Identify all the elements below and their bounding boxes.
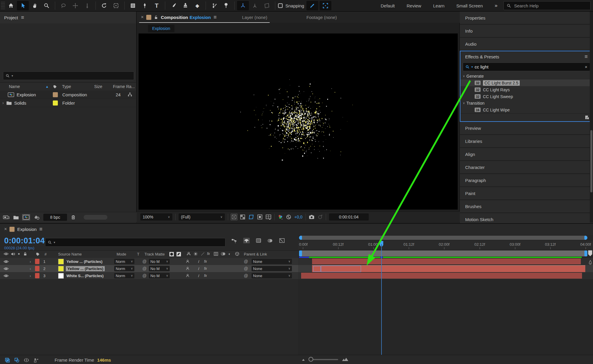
- comp-subtab[interactable]: Explosion: [148, 25, 174, 32]
- composition-viewport[interactable]: [139, 33, 458, 210]
- channel-select-button[interactable]: [278, 214, 283, 220]
- effects-group-generate[interactable]: ∨Generate: [460, 73, 592, 79]
- scrollbar-thumb[interactable]: [590, 130, 592, 192]
- search-help-box[interactable]: Search Help: [503, 1, 591, 10]
- panel-tab-info[interactable]: Info: [460, 25, 593, 38]
- toggle-transfer-controls-button[interactable]: [14, 357, 20, 363]
- world-axis-mode-button[interactable]: [249, 1, 261, 10]
- layer-label-swatch[interactable]: [35, 259, 39, 264]
- work-area-bar[interactable]: [299, 250, 587, 256]
- delete-item-button[interactable]: [71, 215, 76, 220]
- parent-link-select[interactable]: None∨: [252, 259, 292, 264]
- draft-3d-button[interactable]: [243, 238, 250, 243]
- table-row-explosion[interactable]: Explosion Composition 24: [0, 90, 136, 99]
- close-tab-icon[interactable]: ×: [4, 226, 7, 232]
- layer-viewer-tab[interactable]: Layer (none): [242, 15, 267, 20]
- toggle-in-out-button[interactable]: [24, 358, 29, 363]
- workspace-tab-review[interactable]: Review: [401, 3, 427, 8]
- panel-tab-paint[interactable]: Paint: [460, 187, 593, 200]
- current-timecode[interactable]: 0:00:01:04: [4, 236, 45, 245]
- expander-icon[interactable]: ›: [30, 274, 31, 278]
- layer-name[interactable]: Yellow ... (Particles): [66, 259, 102, 264]
- comp-marker-bin[interactable]: [588, 250, 593, 257]
- parent-pickwhip-icon[interactable]: @: [244, 259, 248, 264]
- effect-item-cc-light-sweep[interactable]: 32 CC Light Sweep: [460, 93, 592, 100]
- playhead-line[interactable]: [381, 241, 382, 355]
- frame-blending-button[interactable]: [256, 238, 261, 243]
- panel-tab-paragraph[interactable]: Paragraph: [460, 174, 593, 187]
- track-matte-select[interactable]: No M∨: [149, 266, 170, 271]
- preview-timecode[interactable]: 0:00:01:04: [329, 213, 369, 221]
- parent-link-select[interactable]: None∨: [252, 273, 292, 278]
- search-scope-chevron-icon[interactable]: ▾: [54, 241, 55, 244]
- layer-row-2-selected[interactable]: › 2 Yellow ... (Particles) Norm∨ @ No M∨…: [0, 265, 298, 272]
- panel-menu-icon[interactable]: ≡: [584, 54, 588, 59]
- panel-menu-icon[interactable]: ≡: [21, 15, 24, 20]
- eye-toggle[interactable]: [4, 267, 9, 271]
- toggle-render-time-button[interactable]: [33, 358, 39, 363]
- motion-blur-button[interactable]: [267, 238, 273, 243]
- column-parent-link[interactable]: Parent & Link: [244, 252, 267, 256]
- camera-marquee-tool[interactable]: [110, 1, 122, 10]
- motion-blur-column-icon[interactable]: [221, 252, 226, 256]
- zoom-tool[interactable]: [41, 1, 53, 10]
- parent-pickwhip-icon[interactable]: @: [244, 266, 248, 271]
- blend-mode-select[interactable]: Norm∨: [114, 259, 134, 264]
- quality-toggle[interactable]: /: [198, 259, 199, 264]
- zoom-slider-knob[interactable]: [309, 357, 313, 362]
- layer-name-selected[interactable]: Yellow ... (Particles): [66, 266, 105, 271]
- rectangle-tool[interactable]: [127, 1, 139, 10]
- label-column-icon[interactable]: [53, 84, 57, 89]
- view-axis-mode-button[interactable]: [261, 1, 273, 10]
- clone-stamp-tool[interactable]: [179, 1, 191, 10]
- footage-viewer-tab[interactable]: Footage (none): [306, 15, 337, 20]
- column-track-matte[interactable]: Track Matte: [144, 252, 165, 256]
- time-ruler[interactable]: 0:00f 00:12f 01:00f 01:12f 02:00f 02:12f…: [298, 241, 593, 250]
- video-column-icon[interactable]: [4, 252, 9, 256]
- layer-bar-1[interactable]: [312, 258, 581, 264]
- layer-bar-3[interactable]: [301, 273, 582, 279]
- layer-row-1[interactable]: › 1 Yellow ... (Particles) Norm∨ @ No M∨…: [0, 258, 298, 265]
- toolbar-grip[interactable]: [1, 2, 5, 9]
- layer-label-swatch[interactable]: [35, 273, 39, 278]
- viewer-tab-comp-name[interactable]: Explosion: [190, 15, 211, 20]
- label-column-icon[interactable]: [36, 252, 40, 256]
- work-area-end-handle[interactable]: [584, 250, 587, 256]
- marker-pen-icon[interactable]: [588, 260, 592, 265]
- blend-mode-select[interactable]: Norm∨: [114, 266, 134, 271]
- mask-visibility-button[interactable]: [248, 214, 254, 220]
- effect-item-cc-light-burst[interactable]: 32 CC Light Burst 2.5: [460, 79, 592, 86]
- zoom-out-mountain-icon[interactable]: [301, 358, 307, 361]
- effects-toggle[interactable]: fx: [204, 259, 207, 264]
- parent-link-select[interactable]: None∨: [252, 266, 292, 271]
- right-column-scrollbar[interactable]: [590, 12, 593, 223]
- pan-camera-tool[interactable]: [69, 1, 81, 10]
- panel-tab-brushes[interactable]: Brushes: [460, 200, 593, 213]
- scrollbar-left-cap[interactable]: [299, 236, 302, 240]
- column-type[interactable]: Type: [62, 84, 71, 89]
- layer-color-swatch[interactable]: [58, 266, 64, 272]
- collapse-transformations-icon[interactable]: [193, 252, 198, 256]
- snapping-control[interactable]: Snapping: [278, 3, 304, 8]
- quality-toggle[interactable]: /: [198, 266, 199, 271]
- timeline-tab[interactable]: × Explosion ≡: [0, 224, 593, 234]
- shy-column-icon[interactable]: [186, 252, 191, 256]
- comp-label-swatch[interactable]: [146, 15, 151, 20]
- search-scope-chevron-icon[interactable]: ▾: [12, 74, 13, 77]
- color-depth-button[interactable]: 8 bpc: [43, 214, 67, 221]
- rotation-tool[interactable]: [98, 1, 110, 10]
- unlock-icon[interactable]: [154, 15, 158, 20]
- track-matte-pickwhip-icon[interactable]: @: [142, 259, 147, 264]
- snap-bounds-toggle[interactable]: [319, 1, 331, 10]
- search-scope-chevron-icon[interactable]: ▾: [471, 66, 473, 68]
- project-search-input[interactable]: ▾: [3, 71, 134, 80]
- panel-tab-align[interactable]: Align: [460, 148, 593, 161]
- snap-arrow-toggle[interactable]: [306, 1, 318, 10]
- zoom-in-mountain-icon[interactable]: [342, 357, 349, 362]
- layer-row-3[interactable]: › 3 White S... (Particles) Norm∨ @ No M∨…: [0, 272, 298, 280]
- new-preset-icon[interactable]: [585, 115, 589, 120]
- exposure-reset-button[interactable]: [286, 214, 291, 220]
- effects-search-input[interactable]: ▾ cc light ×: [463, 63, 590, 71]
- track-matte-select[interactable]: No M∨: [149, 273, 170, 278]
- shy-toggle[interactable]: [185, 266, 190, 271]
